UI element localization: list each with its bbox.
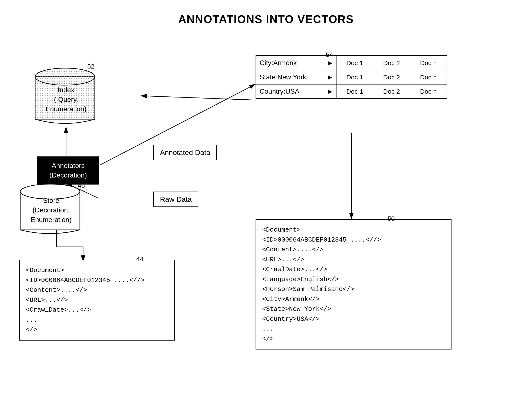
arrow-icon: ► xyxy=(324,84,336,98)
annotated-data-box: Annotated Data xyxy=(153,145,217,160)
index-key-country: Country:USA xyxy=(256,84,324,98)
index-table: City:Armonk ► Doc 1 Doc 2 Doc n State:Ne… xyxy=(256,55,447,99)
doc-line: <CrawlDate>...</> xyxy=(262,265,445,275)
doc-line: <ID>000064ABCDEF012345 ....<//> xyxy=(26,275,168,285)
ref-48: 48 xyxy=(92,157,99,164)
doc-line: <URL>...</> xyxy=(26,295,168,305)
doc-cell: Doc 1 xyxy=(336,56,373,70)
index-key-state: State:New York xyxy=(256,70,324,84)
doc-cell: Doc n xyxy=(410,56,446,70)
doc-line: <CrawlDate>...</> xyxy=(26,305,168,315)
doc-line: <ID>000064ABCDEF012345 ....<//> xyxy=(262,235,445,245)
doc-cell: Doc 2 xyxy=(373,56,410,70)
doc-line: ... xyxy=(262,324,445,334)
doc-line: <Content>....</> xyxy=(262,245,445,255)
table-row: State:New York ► Doc 1 Doc 2 Doc n xyxy=(256,70,446,84)
index-cylinder-label: Index ( Query, Enumeration) xyxy=(33,85,99,114)
page-title: ANNOTATIONS INTO VECTORS xyxy=(0,0,532,34)
doc-line: <URL>...</> xyxy=(262,255,445,265)
annotators-box: Annotators (Decoration) xyxy=(37,157,99,185)
ref-50: 50 xyxy=(388,215,395,222)
store-cylinder-label: Store (Decoration, Enumeration) xyxy=(18,196,84,224)
doc-cell: Doc 1 xyxy=(336,70,373,84)
doc-cell: Doc 2 xyxy=(373,84,410,98)
doc-line: </> xyxy=(262,334,445,344)
doc-cell: Doc 2 xyxy=(373,70,410,84)
table-row: Country:USA ► Doc 1 Doc 2 Doc n xyxy=(256,84,446,98)
doc-cells-country: Doc 1 Doc 2 Doc n xyxy=(336,84,446,98)
ref-44: 44 xyxy=(136,255,143,263)
table-row: City:Armonk ► Doc 1 Doc 2 Doc n xyxy=(256,56,446,70)
doc-cells-city: Doc 1 Doc 2 Doc n xyxy=(336,56,446,70)
doc-box-44: <Document> <ID>000064ABCDEF012345 ....</… xyxy=(19,260,175,341)
doc-cell: Doc n xyxy=(410,70,446,84)
ref-46: 46 xyxy=(78,182,85,189)
arrow-icon: ► xyxy=(324,56,336,70)
store-cylinder: Store (Decoration, Enumeration) xyxy=(18,181,84,239)
svg-point-8 xyxy=(35,68,95,85)
index-key-city: City:Armonk xyxy=(256,56,324,70)
doc-line: <Language>English</> xyxy=(262,275,445,285)
doc-line: <Content>....</> xyxy=(26,285,168,295)
index-cylinder: Index ( Query, Enumeration) xyxy=(33,64,99,129)
doc-line: <Person>Sam Palmisano</> xyxy=(262,284,445,294)
doc-line: <Country>USA</> xyxy=(262,314,445,324)
doc-line: <Document> xyxy=(262,225,445,235)
doc-line: <City>Armonk</> xyxy=(262,294,445,304)
doc-box-50: <Document> <ID>000064ABCDEF012345 ....</… xyxy=(256,219,452,349)
doc-line: <State>New York</> xyxy=(262,304,445,314)
doc-cell: Doc n xyxy=(410,84,446,98)
doc-line: <Document> xyxy=(26,265,168,275)
doc-cell: Doc 1 xyxy=(336,84,373,98)
doc-cells-state: Doc 1 Doc 2 Doc n xyxy=(336,70,446,84)
doc-line: </> xyxy=(26,325,168,335)
doc-line: ... xyxy=(26,315,168,325)
ref-52: 52 xyxy=(87,63,94,70)
arrow-icon: ► xyxy=(324,70,336,84)
svg-line-2 xyxy=(141,96,256,100)
raw-data-box: Raw Data xyxy=(153,192,198,207)
